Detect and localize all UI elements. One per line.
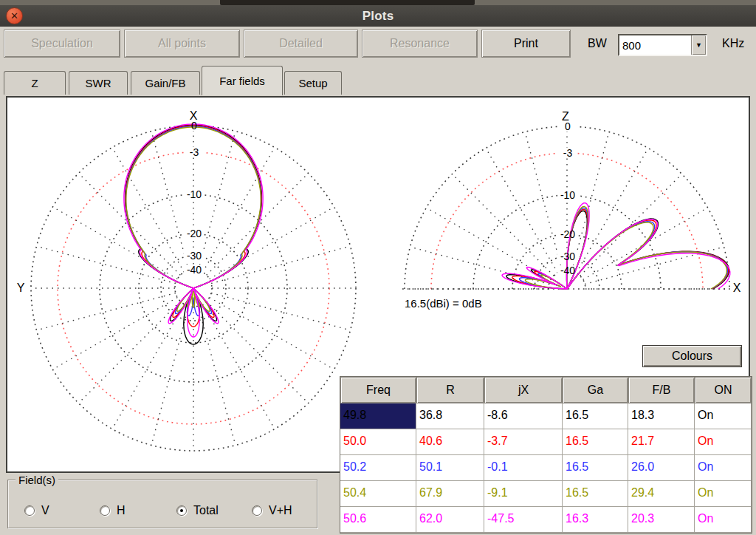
freq-cell-selected[interactable]: 49.8 <box>340 403 416 429</box>
khz-label: KHz <box>722 37 744 50</box>
col-header-r[interactable]: R <box>416 377 484 403</box>
col-header-freq[interactable]: Freq <box>340 377 416 403</box>
freq-cell[interactable]: 50.4 <box>340 481 416 507</box>
radio-total-label: Total <box>193 504 219 517</box>
radio-v-icon[interactable] <box>24 505 35 516</box>
jx-cell[interactable]: -8.6 <box>484 403 563 429</box>
all-points-button[interactable]: All points <box>124 30 240 58</box>
svg-text:X: X <box>733 282 741 294</box>
detailed-button[interactable]: Detailed <box>244 30 358 58</box>
ga-cell[interactable]: 16.5 <box>563 481 628 507</box>
frequency-table: Freq R jX Ga F/B ON 49.8 36.8 -8.6 16.5 … <box>340 376 752 534</box>
col-header-jx[interactable]: jX <box>484 377 563 403</box>
on-cell[interactable]: On <box>695 481 752 507</box>
on-cell[interactable]: On <box>695 507 752 533</box>
tab-far-fields[interactable]: Far fields <box>202 66 283 95</box>
chevron-down-icon: ▼ <box>695 41 702 49</box>
fb-cell[interactable]: 26.0 <box>628 455 695 481</box>
col-header-on[interactable]: ON <box>695 377 752 403</box>
svg-text:-30: -30 <box>560 251 575 262</box>
fb-cell[interactable]: 21.7 <box>628 429 695 455</box>
on-cell[interactable]: On <box>695 429 752 455</box>
titlebar[interactable]: ✕ Plots <box>0 5 756 27</box>
close-icon: ✕ <box>10 11 18 21</box>
bw-value[interactable]: 800 <box>619 35 691 55</box>
colours-button[interactable]: Colours <box>642 345 742 367</box>
radio-v-plus-h-label: V+H <box>269 504 292 517</box>
jx-cell[interactable]: -0.1 <box>484 455 563 481</box>
radio-h-icon[interactable] <box>100 505 110 516</box>
window-title: Plots <box>362 9 394 24</box>
col-header-ga[interactable]: Ga <box>563 377 628 403</box>
r-cell[interactable]: 36.8 <box>416 403 484 429</box>
fb-cell[interactable]: 29.4 <box>628 481 695 507</box>
jx-cell[interactable]: -3.7 <box>484 429 563 455</box>
background-window-title-fragment <box>220 0 475 5</box>
svg-text:X: X <box>190 109 198 122</box>
svg-text:Y: Y <box>17 282 25 294</box>
freq-cell[interactable]: 50.2 <box>340 455 416 481</box>
print-button[interactable]: Print <box>481 30 571 58</box>
svg-text:-3: -3 <box>190 146 199 158</box>
fields-group-label: Field(s) <box>16 474 58 486</box>
jx-cell[interactable]: -9.1 <box>484 481 563 507</box>
r-cell[interactable]: 40.6 <box>416 429 484 455</box>
fb-cell[interactable]: 20.3 <box>628 507 695 533</box>
bw-dropdown-button[interactable]: ▼ <box>691 35 706 55</box>
col-header-fb[interactable]: F/B <box>628 377 695 403</box>
svg-text:-20: -20 <box>187 228 202 239</box>
svg-text:-3: -3 <box>563 147 573 159</box>
resonance-button[interactable]: Resonance <box>362 30 478 58</box>
jx-cell[interactable]: -47.5 <box>484 507 563 533</box>
freq-cell[interactable]: 50.0 <box>340 429 416 455</box>
bw-label: BW <box>588 37 607 50</box>
radio-v-plus-h-icon[interactable] <box>252 505 262 516</box>
tab-swr[interactable]: SWR <box>69 71 128 95</box>
r-cell[interactable]: 62.0 <box>416 507 484 533</box>
radio-h-label: H <box>117 504 126 517</box>
on-cell[interactable]: On <box>695 403 752 429</box>
fields-group: Field(s) V H Total V+H <box>7 480 317 528</box>
ga-cell[interactable]: 16.5 <box>563 403 628 429</box>
radio-v[interactable]: V <box>24 504 49 517</box>
radio-total-icon[interactable] <box>176 505 187 516</box>
radio-v-plus-h[interactable]: V+H <box>252 504 292 517</box>
svg-text:Z: Z <box>562 110 569 123</box>
ga-cell[interactable]: 16.5 <box>563 455 628 481</box>
svg-text:-10: -10 <box>560 189 575 201</box>
svg-text:-20: -20 <box>560 228 575 240</box>
gain-reference-note: 16.5(dBi) = 0dB <box>405 297 482 310</box>
radio-h[interactable]: H <box>100 504 126 517</box>
ga-cell[interactable]: 16.5 <box>563 429 628 455</box>
r-cell[interactable]: 67.9 <box>416 481 484 507</box>
r-cell[interactable]: 50.1 <box>416 455 484 481</box>
plots-window: ✕ Plots Speculation All points Detailed … <box>0 0 756 535</box>
svg-text:-40: -40 <box>187 264 202 276</box>
radio-total[interactable]: Total <box>176 504 219 517</box>
fb-cell[interactable]: 18.3 <box>628 403 695 429</box>
speculation-button[interactable]: Speculation <box>4 30 120 58</box>
svg-text:-40: -40 <box>560 265 575 276</box>
svg-text:-30: -30 <box>187 250 202 262</box>
freq-cell[interactable]: 50.6 <box>340 507 416 533</box>
bw-combobox[interactable]: 800 ▼ <box>618 34 707 56</box>
ga-cell[interactable]: 16.3 <box>563 507 628 533</box>
close-button[interactable]: ✕ <box>6 7 23 24</box>
tab-setup[interactable]: Setup <box>284 71 342 95</box>
radio-v-label: V <box>41 504 49 517</box>
tab-z[interactable]: Z <box>4 71 66 95</box>
tab-gain-fb[interactable]: Gain/FB <box>131 71 200 95</box>
on-cell[interactable]: On <box>695 455 752 481</box>
svg-text:-10: -10 <box>187 188 202 200</box>
background-window-strip <box>0 0 756 5</box>
